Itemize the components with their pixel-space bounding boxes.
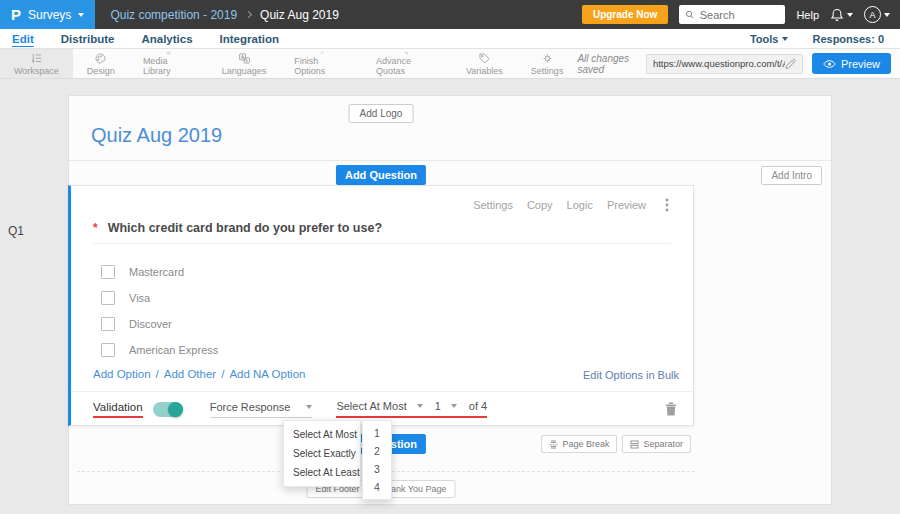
surveys-product-menu[interactable]: P Surveys (0, 0, 95, 29)
edit-options-in-bulk-link[interactable]: Edit Options in Bulk (583, 369, 679, 381)
menu-item-count-2[interactable]: 2 (363, 442, 391, 460)
responses-count[interactable]: Responses: 0 (812, 33, 884, 45)
delete-question-button[interactable] (665, 402, 677, 416)
break-buttons: Page Break Separator (541, 435, 691, 453)
answer-options-list: Mastercard Visa Discover American Expres… (101, 264, 218, 357)
answer-option-row: American Express (101, 342, 218, 357)
add-question-button-top[interactable]: Add Question (336, 165, 426, 185)
link-separator: / (221, 368, 224, 380)
question-copy-link[interactable]: Copy (527, 199, 553, 211)
upgrade-now-button[interactable]: Upgrade Now (582, 5, 668, 24)
option-label[interactable]: American Express (129, 344, 218, 356)
toolbar-item-advance-quotas[interactable]: Advance Quotas (362, 49, 452, 78)
question-text[interactable]: Which credit card brand do you prefer to… (108, 221, 382, 235)
breadcrumb: Quiz competition - 2019 Quiz Aug 2019 (110, 8, 338, 22)
validation-rule-group: Select At Most 1 of 4 (336, 400, 487, 418)
toolbar-right: All changes saved Preview (577, 49, 900, 78)
survey-title[interactable]: Quiz Aug 2019 (91, 124, 222, 147)
question-text-underline (93, 243, 671, 244)
workspace-icon (30, 52, 43, 65)
toolbar-item-workspace[interactable]: Workspace (0, 49, 73, 78)
add-logo-button[interactable]: Add Logo (349, 104, 414, 123)
toolbar-item-label: Variables (466, 66, 503, 76)
option-label[interactable]: Visa (129, 292, 150, 304)
page-break-icon (549, 440, 558, 449)
toolbar-item-variables[interactable]: Variables (452, 49, 517, 78)
survey-url-input[interactable] (653, 58, 785, 69)
select-count-value: 1 (435, 400, 441, 412)
link-separator: / (156, 368, 159, 380)
menu-item-select-at-most[interactable]: Select At Most (284, 425, 360, 444)
question-logic-link[interactable]: Logic (567, 199, 593, 211)
toolbar-item-languages[interactable]: Languages (208, 49, 281, 78)
toolbar-item-label: Workspace (14, 66, 59, 76)
question-settings-link[interactable]: Settings (473, 199, 513, 211)
select-type-dropdown-menu: Select At Most Select Exactly Select At … (283, 420, 361, 487)
tab-analytics[interactable]: Analytics (141, 33, 192, 45)
add-na-option-link[interactable]: Add NA Option (229, 368, 305, 380)
chevron-down-icon (847, 13, 853, 17)
translate-icon (238, 52, 251, 65)
tag-icon (478, 52, 491, 65)
tab-integration[interactable]: Integration (220, 33, 279, 45)
menu-item-count-3[interactable]: 3 (363, 460, 391, 478)
menu-item-count-4[interactable]: 4 (363, 478, 391, 496)
tab-distribute[interactable]: Distribute (61, 33, 115, 45)
question-number-label: Q1 (8, 224, 24, 238)
question-card: Settings Copy Logic Preview * Which cred… (68, 185, 694, 426)
question-preview-link[interactable]: Preview (607, 199, 646, 211)
bell-icon (830, 8, 844, 22)
survey-url-field[interactable] (646, 54, 803, 74)
toolbar-item-label: Design (87, 66, 115, 76)
topbar-right-actions: Upgrade Now Help A (582, 5, 900, 24)
select-count-dropdown[interactable]: 1 (435, 400, 457, 412)
option-label[interactable]: Discover (129, 318, 172, 330)
questionpro-survey-editor: P Surveys Quiz competition - 2019 Quiz A… (0, 0, 900, 514)
option-add-links: Add Option / Add Other / Add NA Option (93, 368, 305, 380)
add-intro-button[interactable]: Add Intro (761, 166, 822, 185)
menu-item-select-exactly[interactable]: Select Exactly (284, 444, 360, 463)
tab-edit[interactable]: Edit (12, 33, 34, 45)
preview-button[interactable]: Preview (812, 53, 891, 74)
search-input[interactable] (700, 9, 780, 21)
top-navbar: P Surveys Quiz competition - 2019 Quiz A… (0, 0, 900, 29)
menu-item-count-1[interactable]: 1 (363, 424, 391, 442)
add-other-link[interactable]: Add Other (164, 368, 216, 380)
option-checkbox[interactable] (101, 317, 115, 331)
toolbar-item-settings[interactable]: Settings (517, 49, 578, 78)
page-break-label: Page Break (562, 439, 609, 449)
palette-icon (94, 52, 107, 65)
answer-option-row: Visa (101, 290, 218, 305)
toolbar-item-media-library[interactable]: Media Library (129, 49, 208, 78)
toolbar-item-design[interactable]: Design (73, 49, 129, 78)
validation-toggle[interactable] (153, 402, 183, 417)
option-checkbox[interactable] (101, 265, 115, 279)
tools-menu[interactable]: Tools (750, 33, 789, 45)
toolbar-item-label: Languages (222, 66, 267, 76)
pencil-icon[interactable] (785, 58, 796, 69)
question-more-menu[interactable] (665, 198, 669, 212)
editor-toolbar: Workspace Design Media Library Languages… (0, 49, 900, 79)
option-label[interactable]: Mastercard (129, 266, 184, 278)
notifications-button[interactable] (830, 8, 853, 22)
toolbar-item-label: Media Library (143, 56, 194, 76)
tabbar-right: Tools Responses: 0 (750, 33, 888, 45)
chevron-down-icon (451, 404, 457, 408)
page-break-button[interactable]: Page Break (541, 435, 617, 453)
breadcrumb-current: Quiz Aug 2019 (260, 8, 339, 22)
help-link[interactable]: Help (796, 9, 819, 21)
account-menu[interactable]: A (864, 6, 890, 23)
option-checkbox[interactable] (101, 343, 115, 357)
toolbar-item-finish-options[interactable]: Finish Options (280, 49, 362, 78)
breadcrumb-parent[interactable]: Quiz competition - 2019 (110, 8, 237, 22)
separator-label: Separator (643, 439, 683, 449)
menu-item-select-at-least[interactable]: Select At Least (284, 463, 360, 482)
force-response-dropdown[interactable]: Force Response (210, 401, 313, 418)
separator-button[interactable]: Separator (622, 435, 691, 453)
option-checkbox[interactable] (101, 291, 115, 305)
product-menu-label: Surveys (28, 8, 71, 22)
questionpro-logo: P (11, 6, 21, 23)
select-type-dropdown[interactable]: Select At Most (336, 400, 422, 412)
add-option-link[interactable]: Add Option (93, 368, 151, 380)
global-search[interactable] (679, 5, 785, 24)
